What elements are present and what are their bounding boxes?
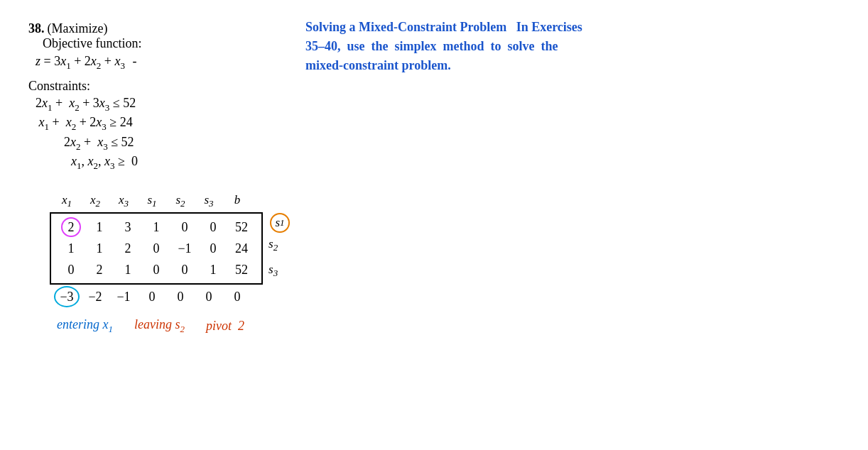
constraint-3: 2x2 + x3 ≤ 52: [64, 135, 291, 153]
col-header-b: b: [223, 193, 251, 209]
cell-2-2: 1: [85, 241, 114, 256]
cell-3-3: 1: [114, 263, 142, 278]
matrix-row-2: 1 1 2 0 −1 0 24: [57, 238, 256, 259]
bottom-cell-7: 0: [223, 290, 251, 304]
cell-1-2: 1: [85, 220, 114, 235]
matrix-section: x1 x2 x3 s1 s2 s3 b 2 1: [50, 193, 291, 335]
cell-1-5: 0: [170, 220, 199, 235]
bottom-cell-6: 0: [195, 290, 223, 304]
row-label-s1: s1: [268, 212, 291, 234]
row-labels: s1 s2 s3: [268, 212, 291, 276]
col-header-s1: s1: [138, 193, 166, 209]
objective-equation: z = 3x1 + 2x2 + x3 -: [36, 54, 291, 72]
bottom-cell-4: 0: [138, 290, 166, 304]
bottom-cell-2: −2: [81, 290, 109, 304]
cell-3-2: 2: [85, 263, 114, 278]
col-header-x2: x2: [81, 193, 109, 209]
matrix-row-1: 2 1 3 1 0 0 52: [57, 216, 256, 238]
cell-3-7: 52: [227, 263, 256, 278]
constraints-label: Constraints:: [28, 79, 291, 94]
constraint-4: x1, x2, x3 ≥ 0: [71, 154, 291, 172]
instruction-panel: Solving a Mixed-Constraint Problem In Ex…: [291, 14, 840, 335]
cell-2-3: 2: [114, 241, 142, 256]
cell-2-5: −1: [170, 241, 199, 256]
cell-2-7: 24: [227, 241, 256, 256]
cell-3-5: 0: [170, 263, 199, 278]
row-label-s2: s2: [268, 234, 291, 258]
cell-1-3: 3: [114, 220, 142, 235]
matrix-row-3: 0 2 1 0 0 1 52: [57, 259, 256, 280]
s1-circle: s1: [270, 213, 290, 233]
cell-2-6: 0: [199, 241, 227, 256]
neg3-circle: −3: [54, 286, 80, 307]
instruction-header: Solving a Mixed-Constraint Problem In Ex…: [305, 18, 840, 75]
bottom-cell-1: −3: [53, 286, 81, 307]
col-header-x3: x3: [109, 193, 138, 209]
col-header-s3: s3: [195, 193, 223, 209]
cell-1-7: 52: [227, 220, 256, 235]
cell-1-4: 1: [142, 220, 170, 235]
cell-2-1: 1: [57, 241, 85, 256]
constraint-1: 2x1 + x2 + 3x3 ≤ 52: [36, 96, 291, 114]
matrix-bottom-row: −3 −2 −1 0 0 0 0: [53, 286, 291, 307]
matrix-wrapper: 2 1 3 1 0 0 52 1 1 2: [50, 212, 291, 285]
problem-type: (Maximize): [48, 21, 108, 36]
cell-3-6: 1: [199, 263, 227, 278]
problem-panel: 38. (Maximize) Objective function: z = 3…: [28, 14, 291, 335]
col-header-x1: x1: [53, 193, 81, 209]
footer-labels: entering x1 leaving s2 pivot 2: [57, 317, 291, 335]
bottom-cell-3: −1: [109, 290, 138, 304]
entering-label: entering x1: [57, 317, 113, 335]
matrix-body: 2 1 3 1 0 0 52 1 1 2: [50, 212, 263, 285]
bottom-cell-5: 0: [166, 290, 195, 304]
problem-number: 38.: [28, 21, 45, 36]
row-label-s3: s3: [268, 259, 291, 284]
cell-1-1: 2: [57, 217, 85, 237]
matrix-bracket-container: 2 1 3 1 0 0 52 1 1 2: [50, 212, 263, 285]
page-container: 38. (Maximize) Objective function: z = 3…: [28, 14, 840, 335]
constraint-2: x1 + x2 + 2x3 ≥ 24: [36, 115, 291, 133]
pivot-label: pivot 2: [206, 319, 244, 334]
pivot-circle: 2: [61, 217, 81, 237]
matrix-col-headers: x1 x2 x3 s1 s2 s3 b: [53, 193, 291, 209]
cell-1-6: 0: [199, 220, 227, 235]
cell-3-4: 0: [142, 263, 170, 278]
leaving-label: leaving s2: [134, 317, 185, 335]
col-header-s2: s2: [166, 193, 195, 209]
cell-2-4: 0: [142, 241, 170, 256]
cell-3-1: 0: [57, 263, 85, 278]
objective-label: Objective function:: [43, 36, 291, 51]
